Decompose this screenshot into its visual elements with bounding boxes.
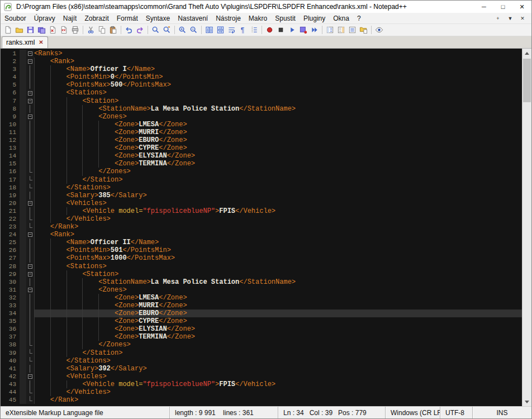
macro-run-icon[interactable] xyxy=(309,25,320,35)
menu-zobrazit[interactable]: Zobrazit xyxy=(80,13,112,23)
macro-stop-icon[interactable] xyxy=(276,25,286,35)
line-number[interactable]: 9 xyxy=(1,113,20,121)
fold-collapse-icon[interactable] xyxy=(26,270,34,278)
code-line[interactable]: 18</Stations> xyxy=(1,184,522,192)
code-line-text[interactable]: <Zone>EBURO</Zone> xyxy=(34,136,522,144)
code-line[interactable]: 3<Name>Officer I</Name> xyxy=(1,65,522,73)
menu-format[interactable]: Formát xyxy=(113,13,142,23)
macro-play-icon[interactable] xyxy=(287,25,297,35)
scrollbar-up-button[interactable] xyxy=(522,49,531,58)
menu-spustit[interactable]: Spustit xyxy=(271,13,300,23)
line-number[interactable]: 34 xyxy=(1,310,20,317)
code-line-text[interactable]: <Salary>392</Salary> xyxy=(34,365,522,373)
code-line[interactable]: 36<Zone>ELYSIAN</Zone> xyxy=(1,325,522,333)
code-line[interactable]: 40</Stations> xyxy=(1,357,522,365)
new-tab-button[interactable]: + xyxy=(492,16,504,21)
code-line-text[interactable]: <PointsMax>1000</PointsMax> xyxy=(34,254,522,262)
line-number[interactable]: 10 xyxy=(1,121,20,128)
code-line-text[interactable]: </Zones> xyxy=(34,341,522,349)
code-line[interactable]: 13<Zone>CYPRE</Zone> xyxy=(1,144,522,152)
code-line[interactable]: 9<Zones> xyxy=(1,113,522,121)
tab-ranks-xml[interactable]: ranks.xml ✕ xyxy=(2,36,48,48)
line-number[interactable]: 11 xyxy=(1,128,20,136)
code-line-text[interactable]: <Zone>ELYSIAN</Zone> xyxy=(34,152,522,160)
code-line-text[interactable]: <PointsMin>501</PointsMin> xyxy=(34,246,522,254)
line-number[interactable]: 36 xyxy=(1,325,20,333)
code-line[interactable]: 30<StationName>La Mesa Police Station</S… xyxy=(1,278,522,286)
line-number[interactable]: 6 xyxy=(1,89,20,97)
function-list-icon[interactable] xyxy=(325,25,335,35)
line-number[interactable]: 25 xyxy=(1,239,20,246)
code-line-text[interactable]: <Stations> xyxy=(34,263,522,270)
save-icon[interactable] xyxy=(25,25,36,35)
scrollbar-down-button[interactable] xyxy=(522,397,531,406)
indent-guide-icon[interactable] xyxy=(249,25,259,35)
menu-pluginy[interactable]: Pluginy xyxy=(300,13,329,23)
code-line-text[interactable]: <Vehicle model="fpispoliceblueNP">FPIS</… xyxy=(34,380,522,388)
status-eol-format[interactable]: Windows (CR LF) xyxy=(385,407,440,418)
code-line[interactable]: 24<Rank> xyxy=(1,231,522,239)
code-line-text[interactable]: <Vehicles> xyxy=(34,199,522,207)
code-line-text[interactable]: <Ranks> xyxy=(34,50,522,58)
code-line[interactable]: 21<Vehicle model="fpispoliceblueNP">FPIS… xyxy=(1,207,522,215)
line-number[interactable]: 17 xyxy=(1,176,20,184)
line-number[interactable]: 8 xyxy=(1,105,20,113)
line-number[interactable]: 1 xyxy=(1,50,20,58)
code-line-text[interactable]: <PointsMax>500</PointsMax> xyxy=(34,81,522,89)
fold-collapse-icon[interactable] xyxy=(26,263,34,270)
scrollbar-thumb[interactable] xyxy=(523,59,531,102)
code-line[interactable]: 4<PointsMin>0</PointsMin> xyxy=(1,73,522,81)
code-line[interactable]: 26<PointsMin>501</PointsMin> xyxy=(1,246,522,254)
line-number[interactable]: 21 xyxy=(1,207,20,215)
menu-nastroje[interactable]: Nástroje xyxy=(212,13,245,23)
code-line[interactable]: 45</Rank> xyxy=(1,396,522,404)
scrollbar-track[interactable] xyxy=(522,58,531,397)
copy-icon[interactable] xyxy=(97,25,107,35)
monitoring-icon[interactable] xyxy=(374,25,384,35)
line-number[interactable]: 16 xyxy=(1,168,20,175)
fold-collapse-icon[interactable] xyxy=(26,89,34,97)
code-line-text[interactable]: <StationName>La Mesa Police Station</Sta… xyxy=(34,278,522,286)
fold-collapse-icon[interactable] xyxy=(26,373,34,380)
code-line[interactable]: 32<Zone>LMESA</Zone> xyxy=(1,294,522,302)
cut-icon[interactable] xyxy=(86,25,96,35)
line-number[interactable]: 18 xyxy=(1,184,20,192)
menu-najit[interactable]: Najít xyxy=(59,13,81,23)
line-number[interactable]: 12 xyxy=(1,136,20,144)
word-wrap-icon[interactable] xyxy=(226,25,237,35)
code-line[interactable]: 16</Zones> xyxy=(1,168,522,175)
code-line[interactable]: 29<Station> xyxy=(1,270,522,278)
code-line-text[interactable]: </Vehicles> xyxy=(34,215,522,223)
line-number[interactable]: 35 xyxy=(1,317,20,325)
line-number[interactable]: 27 xyxy=(1,254,20,262)
menu-nastaveni[interactable]: Nastavení xyxy=(174,13,212,23)
replace-icon[interactable] xyxy=(162,25,172,35)
line-number[interactable]: 2 xyxy=(1,58,20,65)
vertical-scrollbar[interactable] xyxy=(522,49,531,406)
code-line-text[interactable]: <Rank> xyxy=(34,58,522,65)
code-line[interactable]: 43<Vehicle model="fpispoliceblueNP">FPIS… xyxy=(1,380,522,388)
line-number[interactable]: 33 xyxy=(1,302,20,310)
code-line[interactable]: 12<Zone>EBURO</Zone> xyxy=(1,136,522,144)
code-line[interactable]: 28<Stations> xyxy=(1,263,522,270)
code-line[interactable]: 14<Zone>ELYSIAN</Zone> xyxy=(1,152,522,160)
line-number[interactable]: 41 xyxy=(1,365,20,373)
line-number[interactable]: 44 xyxy=(1,388,20,396)
code-line-text[interactable]: <Stations> xyxy=(34,89,522,97)
close-button[interactable]: ✕ xyxy=(512,1,531,13)
line-number[interactable]: 37 xyxy=(1,333,20,341)
code-line[interactable]: 38</Zones> xyxy=(1,341,522,349)
code-line-text[interactable]: </Zones> xyxy=(34,168,522,175)
code-line-text[interactable]: </Vehicles> xyxy=(34,388,522,396)
line-number[interactable]: 23 xyxy=(1,223,20,231)
line-number[interactable]: 29 xyxy=(1,270,20,278)
folder-as-workspace-icon[interactable] xyxy=(358,25,369,35)
line-number[interactable]: 13 xyxy=(1,144,20,152)
line-number[interactable]: 19 xyxy=(1,192,20,199)
code-line[interactable]: 20<Vehicles> xyxy=(1,199,522,207)
close-tab-button[interactable]: ✕ xyxy=(517,16,528,21)
code-line-text[interactable]: </Rank> xyxy=(34,223,522,231)
line-number[interactable]: 4 xyxy=(1,73,20,81)
code-line-text[interactable]: <Station> xyxy=(34,270,522,278)
code-line-text[interactable]: </Station> xyxy=(34,349,522,357)
